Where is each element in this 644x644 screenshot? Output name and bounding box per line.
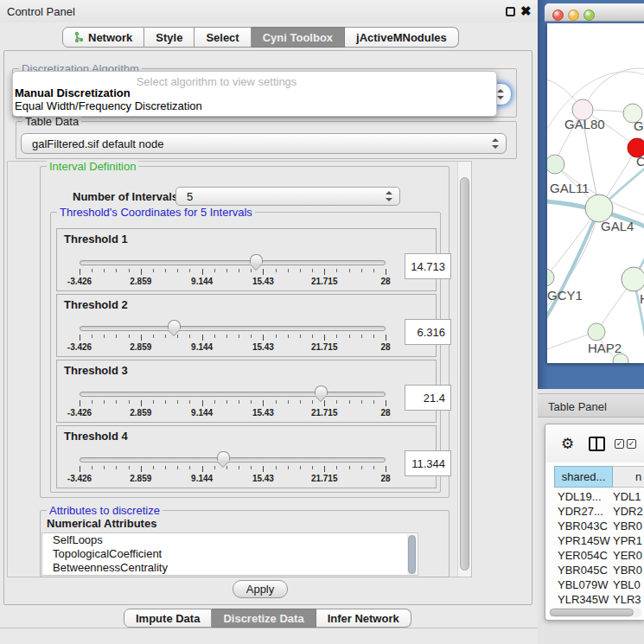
attributes-list-scrollbar[interactable] xyxy=(407,534,417,575)
control-panel-titlebar: Control Panel ✖ xyxy=(0,0,538,22)
tick-mark xyxy=(386,466,386,472)
scrollbar-thumb[interactable] xyxy=(460,177,469,571)
tick-mark xyxy=(276,269,277,272)
tick-mark xyxy=(226,269,227,272)
tick-mark xyxy=(214,466,215,469)
attribute-item-topologicalcoefficient[interactable]: TopologicalCoefficient xyxy=(42,547,418,561)
tick-mark xyxy=(324,400,325,406)
scrollbar-thumb[interactable] xyxy=(550,609,634,616)
slider-track[interactable] xyxy=(80,457,386,462)
threshold-panel: Threshold 3 -3.4262.8599.14415.4321.7152… xyxy=(56,360,437,423)
table-row[interactable]: YDR27...YDR2 xyxy=(545,504,644,519)
cell-name: YBR0 xyxy=(613,564,642,577)
table-data-combobox[interactable]: galFiltered.sif default node xyxy=(21,133,507,154)
tick-label: 21.715 xyxy=(311,408,338,418)
network-node-h-clipped[interactable] xyxy=(622,267,644,291)
table-row[interactable]: YER054CYER0 xyxy=(545,548,644,563)
network-node-label: GCY1 xyxy=(547,288,583,303)
slider-ticks: -3.4262.8599.14415.4321.71528 xyxy=(80,335,386,354)
tick-mark xyxy=(104,400,105,404)
traffic-light-close-icon[interactable] xyxy=(552,10,564,21)
tick-mark xyxy=(386,335,386,341)
table-row[interactable]: YBR043CYBR0 xyxy=(545,519,644,533)
table-row[interactable]: YBL079WYBL0 xyxy=(545,577,644,592)
tab-network[interactable]: Network xyxy=(62,27,144,48)
table-row[interactable]: YBR045CYBR0 xyxy=(545,563,644,577)
settings-vertical-scrollbar[interactable] xyxy=(457,162,471,577)
tick-mark xyxy=(141,335,142,341)
threshold-value-field[interactable]: 21.4 xyxy=(405,385,451,411)
table-row[interactable]: YLR345WYLR3 xyxy=(545,592,644,607)
algorithm-option-manual-discretization[interactable]: Manual Discretization xyxy=(13,86,496,99)
checkbox-icon[interactable]: ✓ xyxy=(615,439,624,449)
attribute-item-betweennesscentrality[interactable]: BetweennessCentrality xyxy=(42,561,418,575)
apply-button[interactable]: Apply xyxy=(233,580,288,598)
table-panel-window: ⚙ ✓ ✓ shared... n YDL19...YDL1YDR27...YD… xyxy=(545,424,644,621)
tab-select[interactable]: Select xyxy=(194,27,251,48)
chevron-updown-icon xyxy=(496,89,504,99)
slider-track[interactable] xyxy=(80,392,386,397)
columns-icon[interactable] xyxy=(589,437,605,451)
tick-mark xyxy=(263,466,264,472)
tab-impute-data[interactable]: Impute Data xyxy=(124,609,212,628)
cell-shared-name: YLR345W xyxy=(545,592,613,607)
network-node-gal11[interactable] xyxy=(547,155,564,174)
attribute-item-selfloops[interactable]: SelfLoops xyxy=(42,533,418,547)
tick-mark xyxy=(239,269,239,272)
table-horizontal-scrollbar[interactable] xyxy=(549,608,641,617)
table-row[interactable]: YPR145WYPR1 xyxy=(545,533,644,548)
tab-label: Style xyxy=(156,31,182,44)
tick-mark xyxy=(276,400,277,404)
traffic-light-minimize-icon[interactable] xyxy=(568,10,579,21)
slider-thumb[interactable] xyxy=(217,451,230,466)
network-edge[interactable] xyxy=(547,208,599,336)
traffic-light-zoom-icon[interactable] xyxy=(583,10,595,21)
slider-thumb[interactable] xyxy=(168,320,181,335)
network-node-gcy1[interactable] xyxy=(547,269,554,286)
gear-icon[interactable]: ⚙ xyxy=(561,437,574,451)
threshold-value-field[interactable]: 14.713 xyxy=(405,253,451,279)
scrollbar-thumb[interactable] xyxy=(408,535,416,574)
cell-name: YDR2 xyxy=(613,505,643,518)
float-window-icon[interactable] xyxy=(506,7,515,16)
tick-mark xyxy=(153,400,154,404)
tick-mark xyxy=(251,400,252,404)
tick-mark xyxy=(141,466,142,472)
tick-mark xyxy=(165,269,166,272)
tick-mark xyxy=(116,335,117,338)
tab-infer-network[interactable]: Infer Network xyxy=(316,609,411,628)
network-node-label: GAL4 xyxy=(601,219,634,233)
column-header-name[interactable]: n xyxy=(613,466,644,488)
cell-shared-name: YPR145W xyxy=(545,533,613,548)
tab-style[interactable]: Style xyxy=(144,27,194,48)
network-icon xyxy=(74,31,84,43)
algorithm-option-equal-width-frequency-discretization[interactable]: Equal Width/Frequency Discretization xyxy=(13,99,496,112)
tick-mark xyxy=(300,335,301,338)
close-icon[interactable]: ✖ xyxy=(520,3,532,19)
slider-track[interactable] xyxy=(80,326,386,331)
slider-ticks: -3.4262.8599.14415.4321.71528 xyxy=(80,269,386,288)
table-panel-titlebar: Table Panel xyxy=(538,393,644,418)
tab-jactivemnodules[interactable]: jActiveMNodules xyxy=(345,27,459,48)
column-header-shared-name[interactable]: shared... xyxy=(554,466,613,488)
table-panel-title: Table Panel xyxy=(548,400,607,413)
tab-discretize-data[interactable]: Discretize Data xyxy=(212,609,316,628)
table-row[interactable]: YDL19...YDL1 xyxy=(545,489,644,504)
slider-thumb[interactable] xyxy=(315,386,328,400)
tick-mark xyxy=(239,466,239,469)
checkbox-icon[interactable]: ✓ xyxy=(627,439,636,449)
tick-mark xyxy=(312,466,313,469)
cell-name: YBR0 xyxy=(613,520,642,532)
tick-mark xyxy=(80,400,80,406)
tick-label: 28 xyxy=(380,277,390,286)
tick-mark xyxy=(92,466,92,469)
tab-cyni-toolbox[interactable]: Cyni Toolbox xyxy=(252,27,345,48)
network-node-hap2[interactable] xyxy=(588,323,605,341)
slider-thumb[interactable] xyxy=(250,254,263,269)
tick-mark xyxy=(288,269,289,272)
threshold-value-field[interactable]: 6.316 xyxy=(405,319,451,345)
threshold-value-field[interactable]: 11.344 xyxy=(405,450,451,476)
number-of-intervals-spinner[interactable]: 5 xyxy=(175,187,400,206)
slider-track[interactable] xyxy=(80,260,386,265)
tick-mark xyxy=(214,400,215,404)
